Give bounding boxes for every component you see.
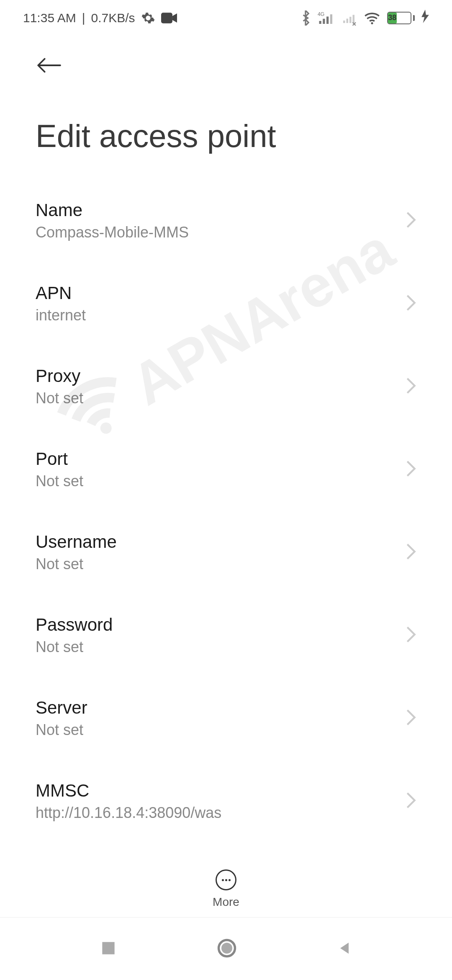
- battery-percent: 38: [388, 13, 397, 23]
- setting-item-mmsc[interactable]: MMSC http://10.16.18.4:38090/was: [36, 760, 416, 843]
- setting-value: Compass-Mobile-MMS: [36, 224, 189, 241]
- svg-rect-4: [326, 16, 329, 24]
- navigation-bar: [0, 917, 452, 980]
- status-time: 11:35 AM: [23, 11, 76, 25]
- setting-item-proxy[interactable]: Proxy Not set: [36, 345, 416, 428]
- svg-rect-0: [161, 13, 172, 23]
- chevron-right-icon: [406, 791, 416, 811]
- svg-rect-9: [353, 15, 355, 23]
- chevron-right-icon: [406, 542, 416, 562]
- signal-icon-no-sim: [342, 10, 357, 26]
- dot-icon: [229, 879, 231, 881]
- svg-rect-5: [330, 14, 332, 24]
- setting-item-server[interactable]: Server Not set: [36, 677, 416, 760]
- setting-item-password[interactable]: Password Not set: [36, 594, 416, 677]
- chevron-right-icon: [406, 211, 416, 231]
- setting-value: Not set: [36, 721, 87, 739]
- nav-back-button[interactable]: [336, 939, 353, 959]
- svg-rect-2: [319, 21, 321, 24]
- gear-icon: [141, 11, 155, 25]
- svg-point-14: [221, 943, 232, 954]
- svg-rect-6: [343, 21, 345, 23]
- dot-icon: [222, 879, 224, 881]
- setting-label: Server: [36, 698, 87, 718]
- header-row: [0, 36, 452, 97]
- back-button[interactable]: [36, 68, 62, 75]
- svg-point-10: [371, 22, 373, 24]
- more-button[interactable]: [216, 869, 236, 890]
- setting-item-name[interactable]: Name Compass-Mobile-MMS: [36, 179, 416, 262]
- svg-rect-8: [349, 17, 352, 23]
- status-data-rate: 0.7KB/s: [91, 11, 135, 25]
- page-title: Edit access point: [0, 97, 452, 179]
- status-bar: 11:35 AM | 0.7KB/s 4G 38: [0, 0, 452, 36]
- setting-label: Port: [36, 449, 83, 469]
- setting-value: http://10.16.18.4:38090/was: [36, 804, 221, 822]
- chevron-right-icon: [406, 625, 416, 645]
- setting-label: MMSC: [36, 781, 221, 801]
- setting-value: Not set: [36, 472, 83, 490]
- nav-recents-button[interactable]: [99, 939, 118, 959]
- status-right: 4G 38: [300, 10, 429, 26]
- nav-home-button[interactable]: [216, 937, 238, 961]
- chevron-right-icon: [406, 294, 416, 314]
- bluetooth-icon: [300, 10, 311, 26]
- svg-rect-7: [347, 18, 349, 23]
- setting-value: Not set: [36, 389, 83, 407]
- settings-list: Name Compass-Mobile-MMS APN internet Pro…: [0, 179, 452, 926]
- battery-indicator: 38: [387, 12, 415, 24]
- status-left: 11:35 AM | 0.7KB/s: [23, 11, 177, 25]
- signal-icon-4g: 4G: [318, 10, 335, 26]
- setting-item-port[interactable]: Port Not set: [36, 428, 416, 511]
- setting-value: internet: [36, 307, 86, 324]
- settings-scroll[interactable]: Name Compass-Mobile-MMS APN internet Pro…: [0, 179, 452, 954]
- svg-rect-3: [323, 18, 325, 23]
- svg-rect-12: [103, 942, 115, 954]
- chevron-right-icon: [406, 459, 416, 480]
- setting-value: Not set: [36, 555, 117, 573]
- bottom-action-bar: More: [0, 853, 452, 909]
- camera-icon: [161, 12, 177, 24]
- status-divider: |: [82, 11, 85, 25]
- chevron-right-icon: [406, 708, 416, 728]
- wifi-icon: [364, 11, 380, 25]
- setting-label: Username: [36, 532, 117, 552]
- setting-label: APN: [36, 283, 86, 303]
- setting-item-apn[interactable]: APN internet: [36, 262, 416, 345]
- setting-label: Proxy: [36, 366, 83, 386]
- charging-icon: [421, 10, 429, 26]
- setting-label: Name: [36, 200, 189, 220]
- chevron-right-icon: [406, 377, 416, 397]
- more-label: More: [213, 895, 239, 909]
- setting-label: Password: [36, 615, 113, 635]
- setting-value: Not set: [36, 638, 113, 656]
- dot-icon: [225, 879, 227, 881]
- svg-text:4G: 4G: [318, 11, 324, 17]
- setting-item-username[interactable]: Username Not set: [36, 511, 416, 594]
